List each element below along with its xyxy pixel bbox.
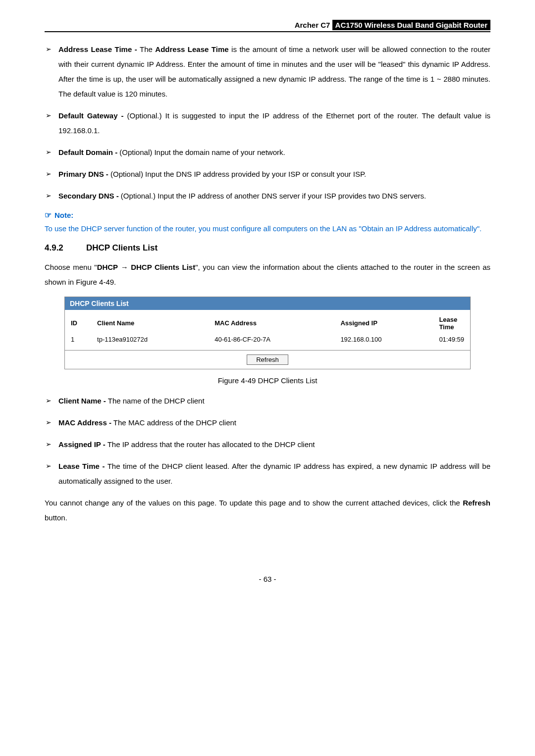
- section-number: 4.9.2: [45, 243, 86, 253]
- dhcp-panel-title: DHCP Clients List: [65, 297, 470, 310]
- closing-paragraph: You cannot change any of the values on t…: [45, 496, 490, 525]
- bullet-lead: Address Lease Time -: [58, 45, 137, 53]
- header-model: Archer C7: [295, 21, 330, 29]
- bottom-bullet-list: Client Name - The name of the DHCP clien…: [45, 394, 490, 489]
- note-heading: ☞Note:: [45, 210, 490, 220]
- col-id: ID: [65, 310, 91, 335]
- intro-b2: DHCP Clients List: [131, 263, 195, 271]
- col-client-name: Client Name: [91, 310, 209, 335]
- bullet-lead: Lease Time -: [58, 462, 105, 470]
- bullet-address-lease-time: Address Lease Time - The Address Lease T…: [58, 42, 490, 101]
- page-header: Archer C7 AC1750 Wireless Dual Band Giga…: [45, 20, 490, 32]
- intro-pre: Choose menu ": [45, 263, 97, 271]
- table-header-row: ID Client Name MAC Address Assigned IP L…: [65, 310, 470, 335]
- section-heading: 4.9.2DHCP Clients List: [45, 243, 490, 253]
- bullet-text: (Optional) Input the domain name of your…: [117, 148, 285, 156]
- top-bullet-list: Address Lease Time - The Address Lease T…: [45, 42, 490, 203]
- bullet-lead: Default Gateway -: [58, 111, 124, 120]
- hand-icon: ☞: [45, 211, 52, 219]
- bullet-lease-time: Lease Time - The time of the DHCP client…: [58, 459, 490, 489]
- note-body: To use the DHCP server function of the r…: [45, 222, 490, 236]
- bullet-lead: Default Domain -: [58, 148, 117, 156]
- closing-pre: You cannot change any of the values on t…: [45, 499, 463, 507]
- bullet-text: (Optional.) Input the IP address of anot…: [119, 192, 427, 200]
- bullet-text: (Optional.) It is suggested to input the…: [58, 111, 490, 135]
- intro-arrow: →: [118, 263, 131, 271]
- bullet-default-gateway: Default Gateway - (Optional.) It is sugg…: [58, 108, 490, 138]
- dhcp-figure: DHCP Clients List ID Client Name MAC Add…: [64, 297, 471, 369]
- bullet-secondary-dns: Secondary DNS - (Optional.) Input the IP…: [58, 189, 490, 203]
- bullet-mac-address: MAC Address - The MAC address of the DHC…: [58, 415, 490, 430]
- page-number: - 63 -: [45, 575, 490, 583]
- dhcp-clients-table: ID Client Name MAC Address Assigned IP L…: [65, 310, 470, 350]
- cell-assigned-ip: 192.168.0.100: [334, 335, 433, 350]
- bullet-text: (Optional) Input the DNS IP address prov…: [108, 170, 366, 178]
- bullet-default-domain: Default Domain - (Optional) Input the do…: [58, 145, 490, 160]
- header-product: AC1750 Wireless Dual Band Gigabit Router: [332, 20, 490, 30]
- closing-bold: Refresh: [463, 499, 490, 507]
- bullet-text: The name of the DHCP client: [106, 397, 205, 405]
- section-intro: Choose menu "DHCP → DHCP Clients List", …: [45, 260, 490, 290]
- bullet-assigned-ip: Assigned IP - The IP address that the ro…: [58, 437, 490, 452]
- intro-b1: DHCP: [97, 263, 118, 271]
- bullet-lead2: Address Lease Time: [155, 45, 228, 53]
- col-mac-address: MAC Address: [209, 310, 334, 335]
- bullet-lead: Primary DNS -: [58, 170, 108, 178]
- bullet-lead: Client Name -: [58, 397, 106, 405]
- bullet-lead: Secondary DNS -: [58, 192, 119, 200]
- note-label: Note:: [54, 211, 73, 219]
- section-title: DHCP Clients List: [86, 243, 158, 252]
- cell-lease-time: 01:49:59: [433, 335, 470, 350]
- refresh-row: Refresh: [65, 350, 470, 369]
- cell-client-name: tp-113ea910272d: [91, 335, 209, 350]
- bullet-text: The time of the DHCP client leased. Afte…: [58, 462, 490, 485]
- table-row: 1 tp-113ea910272d 40-61-86-CF-20-7A 192.…: [65, 335, 470, 350]
- cell-mac-address: 40-61-86-CF-20-7A: [209, 335, 334, 350]
- bullet-text: The MAC address of the DHCP client: [111, 418, 236, 427]
- figure-caption: Figure 4-49 DHCP Clients List: [45, 376, 490, 385]
- bullet-primary-dns: Primary DNS - (Optional) Input the DNS I…: [58, 167, 490, 182]
- bullet-text: The IP address that the router has alloc…: [106, 440, 315, 449]
- closing-post: button.: [45, 513, 67, 522]
- bullet-lead: MAC Address -: [58, 418, 111, 427]
- col-lease-time: Lease Time: [433, 310, 470, 335]
- dhcp-panel: DHCP Clients List ID Client Name MAC Add…: [64, 297, 471, 369]
- bullet-lead: Assigned IP -: [58, 440, 106, 449]
- cell-id: 1: [65, 335, 91, 350]
- bullet-client-name: Client Name - The name of the DHCP clien…: [58, 394, 490, 408]
- bullet-text-pre: The: [137, 45, 156, 53]
- refresh-button[interactable]: Refresh: [247, 354, 288, 365]
- col-assigned-ip: Assigned IP: [334, 310, 433, 335]
